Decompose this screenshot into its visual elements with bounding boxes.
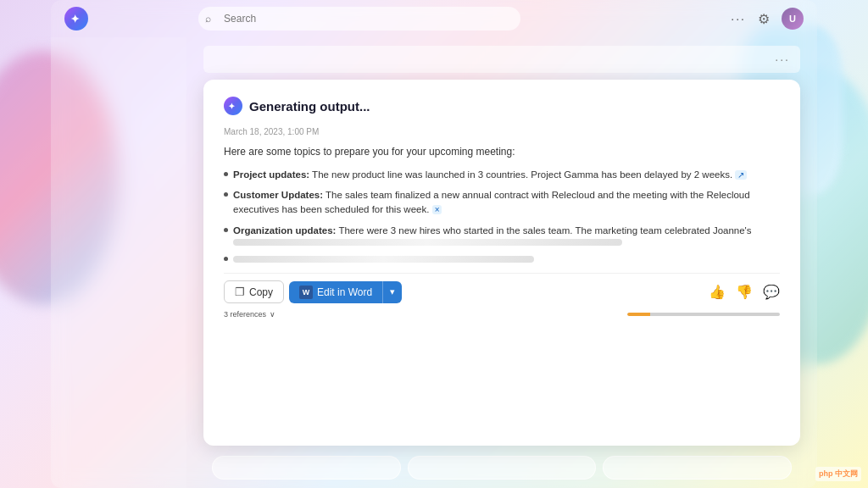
toolbar: ··· (203, 46, 800, 73)
bullet-loading (233, 252, 780, 263)
loading-line-2 (233, 256, 534, 263)
inline-tag-2: × (432, 205, 442, 214)
suggestion-pill-1[interactable] (212, 456, 401, 480)
list-item (224, 252, 780, 263)
bullet-text-1: The new product line was launched in 3 c… (312, 169, 732, 180)
copilot-icon: ✦ (224, 97, 242, 115)
thumbs-up-icon[interactable]: 👍 (709, 284, 726, 300)
bullet-content: Organization updates: There were 3 new h… (233, 224, 752, 247)
svg-text:✦: ✦ (228, 102, 236, 111)
top-right-icons: ··· ⚙ U (731, 8, 804, 30)
references-row: 3 references ∨ (224, 307, 780, 322)
generating-title: Generating output... (249, 99, 370, 114)
copy-button[interactable]: ❐ Copy (224, 280, 284, 303)
references-chevron-icon: ∨ (270, 310, 275, 319)
references-link[interactable]: 3 references ∨ (224, 310, 275, 319)
app-window: ✦ ⌕ ··· ⚙ U ··· (51, 0, 817, 488)
edit-word-label: Edit in Word (317, 286, 372, 298)
bullet-dot (224, 228, 228, 232)
suggestion-pill-2[interactable] (408, 456, 597, 480)
copilot-logo: ✦ (64, 7, 88, 30)
bullet-label-3: Organization updates: (233, 225, 336, 236)
bullet-dot (224, 192, 228, 197)
avatar[interactable]: U (782, 8, 804, 30)
search-icon: ⌕ (205, 13, 211, 25)
top-bar: ✦ ⌕ ··· ⚙ U (51, 0, 817, 37)
bullet-dot (224, 172, 228, 176)
loading-line-1 (233, 239, 622, 246)
progress-bar-fill (627, 313, 780, 316)
suggestion-pill-3[interactable] (603, 456, 792, 480)
inline-tag-1: ↗ (735, 170, 747, 180)
more-options-icon[interactable]: ··· (731, 12, 746, 25)
generating-header: ✦ Generating output... (224, 97, 780, 115)
references-label: 3 references (224, 310, 266, 319)
action-row: ❐ Copy W Edit in Word ▾ 👍 (224, 273, 780, 307)
list-item: Project updates: The new product line wa… (224, 168, 780, 182)
edit-word-group: W Edit in Word ▾ (289, 281, 402, 303)
action-right-icons: 👍 👎 💬 (709, 284, 780, 300)
settings-icon[interactable]: ⚙ (754, 9, 773, 28)
list-item: Organization updates: There were 3 new h… (224, 224, 780, 247)
watermark: php 中文网 (815, 467, 861, 481)
copy-icon: ❐ (235, 286, 245, 298)
bullet-label-1: Project updates: (233, 169, 309, 180)
search-input[interactable] (198, 7, 520, 30)
edit-in-word-button[interactable]: W Edit in Word (289, 281, 382, 303)
dropdown-chevron-icon: ▾ (390, 286, 395, 297)
progress-bar (627, 313, 780, 316)
search-bar: ⌕ (198, 7, 520, 30)
edit-word-dropdown-button[interactable]: ▾ (382, 281, 402, 303)
bullet-label-2: Customer Updates: (233, 190, 323, 200)
bullet-text-3: There were 3 new hires who started in th… (338, 225, 751, 236)
bullet-list: Project updates: The new product line wa… (224, 168, 780, 263)
intro-text: Here are some topics to prepare you for … (224, 145, 780, 159)
timestamp: March 18, 2023, 1:00 PM (224, 127, 780, 136)
bullet-dot (224, 257, 228, 261)
thumbs-down-icon[interactable]: 👎 (736, 284, 753, 300)
toolbar-more-icon[interactable]: ··· (775, 53, 790, 66)
bullet-content: Project updates: The new product line wa… (233, 168, 747, 182)
content-card: ✦ Generating output... March 18, 2023, 1… (203, 80, 800, 446)
word-icon: W (299, 286, 313, 299)
main-area: ··· ✦ (186, 37, 817, 488)
action-left-buttons: ❐ Copy W Edit in Word ▾ (224, 280, 402, 303)
comment-icon[interactable]: 💬 (763, 284, 780, 300)
list-item: Customer Updates: The sales team finaliz… (224, 188, 780, 216)
bullet-content: Customer Updates: The sales team finaliz… (233, 188, 780, 216)
svg-text:✦: ✦ (70, 13, 80, 25)
sidebar (51, 37, 186, 488)
suggestion-pills (203, 456, 800, 480)
copy-label: Copy (249, 286, 273, 298)
